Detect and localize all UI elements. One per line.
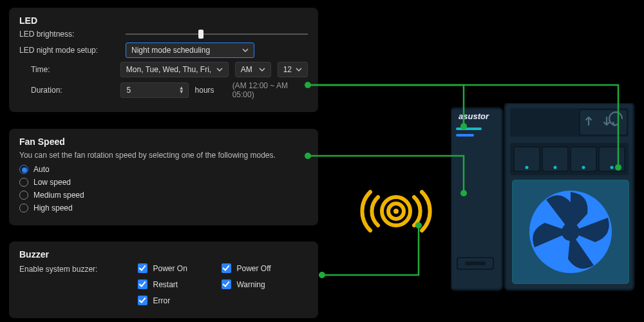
brightness-label: LED brightness: <box>19 30 126 39</box>
chevron-down-icon <box>242 48 249 52</box>
chevron-down-icon <box>259 68 265 71</box>
checkbox-icon <box>222 279 231 289</box>
buzzer-checkbox-label: Warning <box>236 280 265 289</box>
led-title: LED <box>19 15 308 26</box>
led-panel: LED LED brightness: LED night mode setup… <box>9 8 318 112</box>
stepper-arrows-icon[interactable]: ▲▼ <box>179 86 184 94</box>
buzzer-checkbox-power-on[interactable]: Power On <box>138 263 222 273</box>
nas-device-illustration: asustor <box>451 103 638 296</box>
duration-stepper[interactable]: 5 ▲▼ <box>120 82 188 98</box>
svg-point-16 <box>526 166 529 169</box>
days-value: Mon, Tue, Wed, Thu, Fri, Sat, Sun <box>126 65 213 74</box>
radio-icon <box>19 165 28 174</box>
svg-point-17 <box>554 166 557 169</box>
duration-unit: hours <box>195 86 214 95</box>
buzzer-checkbox-warning[interactable]: Warning <box>222 279 305 289</box>
duration-value: 5 <box>126 86 131 95</box>
svg-point-25 <box>319 272 325 278</box>
fan-option-label: Auto <box>33 165 50 174</box>
buzzer-title: Buzzer <box>19 249 308 260</box>
night-mode-label: LED night mode setup: <box>19 46 126 55</box>
svg-point-18 <box>582 166 585 169</box>
ampm-value: AM <box>241 65 252 74</box>
brand-text: asustor <box>459 111 489 121</box>
fan-option-label: Low speed <box>33 178 71 187</box>
fan-title: Fan Speed <box>19 137 308 147</box>
buzzer-checkbox-label: Power Off <box>236 264 270 273</box>
buzzer-checkbox-restart[interactable]: Restart <box>138 279 222 289</box>
radio-icon <box>19 178 28 187</box>
buzzer-wave-icon <box>345 179 448 243</box>
fan-option-auto[interactable]: Auto <box>19 165 308 174</box>
hour-value: 12 <box>283 65 292 74</box>
buzzer-checkbox-power-off[interactable]: Power Off <box>222 263 305 273</box>
svg-rect-7 <box>465 261 486 265</box>
buzzer-checkbox-error[interactable]: Error <box>138 296 222 305</box>
ampm-select[interactable]: AM <box>235 62 271 77</box>
svg-point-2 <box>393 209 399 214</box>
buzzer-panel: Buzzer Enable system buzzer: Power OnPow… <box>9 242 318 318</box>
svg-point-19 <box>611 166 614 169</box>
buzzer-checkbox-label: Power On <box>153 264 187 273</box>
buzzer-checkbox-label: Restart <box>153 280 178 289</box>
duration-hint: (AM 12:00 ~ AM 05:00) <box>232 81 308 99</box>
checkbox-icon <box>138 263 147 273</box>
chevron-down-icon <box>216 68 223 71</box>
time-label: Time: <box>19 65 120 74</box>
radio-icon <box>19 191 28 200</box>
checkbox-icon <box>138 279 147 289</box>
chevron-down-icon <box>296 68 302 71</box>
buzzer-enable-label: Enable system buzzer: <box>19 263 138 274</box>
fan-option-label: Medium speed <box>33 191 84 200</box>
svg-rect-4 <box>456 128 482 130</box>
night-mode-value: Night mode scheduling <box>131 46 210 55</box>
buzzer-checkbox-label: Error <box>153 296 170 305</box>
fan-option-low-speed[interactable]: Low speed <box>19 178 308 187</box>
night-mode-select[interactable]: Night mode scheduling <box>126 43 254 58</box>
fan-option-label: High speed <box>33 204 73 213</box>
checkbox-icon <box>222 263 231 273</box>
checkbox-icon <box>138 296 147 305</box>
fan-option-high-speed[interactable]: High speed <box>19 204 308 213</box>
days-select[interactable]: Mon, Tue, Wed, Thu, Fri, Sat, Sun <box>120 62 229 77</box>
fan-option-medium-speed[interactable]: Medium speed <box>19 191 308 200</box>
hour-select[interactable]: 12 <box>278 62 308 77</box>
duration-label: Duration: <box>19 86 120 95</box>
svg-rect-5 <box>456 134 474 137</box>
brightness-slider[interactable] <box>126 30 308 39</box>
slider-thumb[interactable] <box>198 30 204 39</box>
fan-desc: You can set the fan rotation speed by se… <box>19 151 308 160</box>
radio-icon <box>19 204 28 213</box>
fan-panel: Fan Speed You can set the fan rotation s… <box>9 129 318 225</box>
